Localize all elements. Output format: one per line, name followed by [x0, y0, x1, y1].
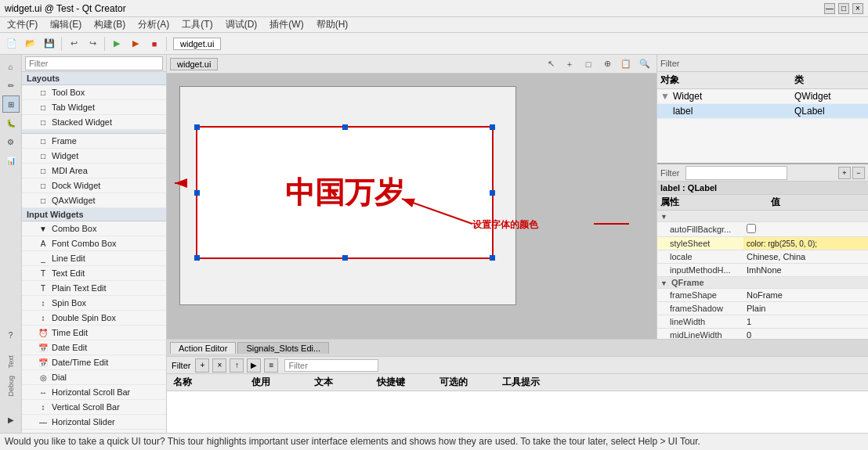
canvas-tool-2[interactable]: + [561, 56, 578, 73]
handle-mr[interactable] [490, 190, 495, 196]
side-edit-icon[interactable]: ✏ [2, 77, 20, 94]
handle-tm[interactable] [342, 124, 348, 130]
save-btn[interactable]: 💾 [41, 35, 58, 52]
widget-item-doublespinbox[interactable]: ↕Double Spin Box [22, 311, 166, 326]
prop-row-linewidth[interactable]: lineWidth 1 [657, 315, 868, 329]
action-sort-btn[interactable]: ≡ [264, 358, 278, 373]
widget-item-spinbox[interactable]: ↕Spin Box [22, 296, 166, 311]
canvas-tool-6[interactable]: 🔍 [636, 56, 653, 73]
widget-item-stackedwidget[interactable]: □Stacked Widget [22, 115, 166, 130]
side-design-icon[interactable]: ⊞ [2, 95, 20, 113]
hscrollbar-icon: ↔ [38, 387, 49, 398]
canvas-tool-1[interactable]: ↖ [542, 56, 559, 73]
object-row-label[interactable]: label QLabel [657, 104, 868, 119]
side-welcome-icon[interactable]: ⌂ [2, 58, 20, 75]
menu-file[interactable]: 文件(F) [3, 17, 42, 32]
action-new-btn[interactable]: + [195, 358, 209, 373]
menu-help[interactable]: 帮助(H) [313, 17, 353, 32]
widget-item-widget[interactable]: □Widget [22, 149, 166, 164]
main-toolbar: 📄 📂 💾 ↩ ↪ ▶ ▶ ■ widget.ui [0, 33, 868, 55]
debug-btn[interactable]: ▶ [127, 35, 144, 52]
canvas-tool-4[interactable]: ⊕ [599, 56, 616, 73]
menu-plugins[interactable]: 插件(W) [266, 17, 307, 32]
widget-item-fontcombobox[interactable]: AFont Combo Box [22, 236, 166, 251]
handle-br[interactable] [490, 255, 495, 261]
props-remove-btn[interactable]: − [852, 167, 865, 179]
properties-table: ▼ autoFillBackgr... styleSheet color: rg… [657, 211, 868, 339]
widget-item-vslider[interactable]: |Vertical Slider [22, 430, 166, 433]
prop-row-locale[interactable]: locale Chinese, China [657, 250, 868, 264]
prop-row-midlinewidth[interactable]: midLineWidth 0 [657, 329, 868, 340]
menu-analyze[interactable]: 分析(A) [134, 17, 173, 32]
col-shortcut: 快捷键 [377, 376, 439, 389]
side-debug-icon[interactable]: 🐛 [2, 114, 20, 131]
props-add-btn[interactable]: + [838, 167, 851, 179]
main-widget-form[interactable]: 中国万岁 [179, 86, 516, 305]
widget-item-mdiarea[interactable]: □MDI Area [22, 164, 166, 178]
redo-btn[interactable]: ↪ [84, 35, 101, 52]
canvas-file-tab[interactable]: widget.ui [170, 58, 218, 70]
maximize-button[interactable]: □ [838, 3, 849, 14]
widget-item-hslider[interactable]: —Horizontal Slider [22, 415, 166, 430]
widget-item-timeedit[interactable]: ⏰Time Edit [22, 326, 166, 340]
handle-tl[interactable] [194, 124, 200, 130]
prop-row-inputmethod[interactable]: inputMethodH... ImhNone [657, 264, 868, 277]
widget-item-dateedit[interactable]: 📅Date Edit [22, 340, 166, 355]
prop-checkbox-autofill[interactable] [747, 224, 756, 233]
menu-debug[interactable]: 调试(D) [222, 17, 262, 32]
run-btn[interactable]: ▶ [108, 35, 125, 52]
undo-btn[interactable]: ↩ [65, 35, 82, 52]
widget-item-datetimeedit[interactable]: 📅Date/Time Edit [22, 355, 166, 370]
open-file-btn[interactable]: 📂 [22, 35, 39, 52]
widget-filter-input[interactable] [25, 56, 163, 70]
widget-item-plaintextedit[interactable]: TPlain Text Edit [22, 281, 166, 296]
minimize-button[interactable]: — [824, 3, 835, 14]
widget-item-hscrollbar[interactable]: ↔Horizontal Scroll Bar [22, 385, 166, 400]
stop-btn[interactable]: ■ [146, 35, 163, 52]
handle-ml[interactable] [194, 190, 200, 196]
widget-item-combobox[interactable]: ▼Combo Box [22, 221, 166, 236]
dial-icon: ◎ [38, 372, 49, 383]
col-tooltip: 工具提示 [502, 376, 565, 389]
label-widget-frame[interactable]: 中国万岁 [196, 126, 494, 259]
properties-filter-input[interactable] [685, 166, 787, 180]
close-button[interactable]: × [852, 3, 863, 14]
canvas-properties-row: widget.ui ↖ + □ ⊕ 📋 🔍 中国万岁 [167, 55, 868, 339]
handle-bl[interactable] [194, 255, 200, 261]
action-up-btn[interactable]: ↑ [230, 358, 244, 373]
file-tab[interactable]: widget.ui [173, 38, 221, 50]
widget-item-dial[interactable]: ◎Dial [22, 370, 166, 385]
widget-item-toolbox[interactable]: □Tool Box [22, 85, 166, 100]
category-input: Input Widgets [22, 208, 166, 221]
widget-list: Layouts □Tool Box □Tab Widget □Stacked W… [22, 72, 166, 433]
canvas-tool-3[interactable]: □ [580, 56, 597, 73]
widget-item-lineedit[interactable]: _Line Edit [22, 251, 166, 266]
prop-row-frameshadow[interactable]: frameShadow Plain [657, 302, 868, 315]
menu-edit[interactable]: 编辑(E) [46, 17, 85, 32]
bottom-filter-input[interactable] [284, 359, 378, 372]
menu-tools[interactable]: 工具(T) [178, 17, 216, 32]
canvas-tool-5[interactable]: 📋 [617, 56, 635, 73]
prop-row-autofill[interactable]: autoFillBackgr... [657, 222, 868, 237]
prop-row-stylesheet[interactable]: styleSheet color: rgb(255, 0, 0); [657, 237, 868, 250]
widget-item-frame[interactable]: □Frame [22, 134, 166, 149]
prop-row-frameshape[interactable]: frameShape NoFrame [657, 289, 868, 302]
side-help-icon[interactable]: ? [2, 327, 20, 344]
side-analyze-icon[interactable]: 📊 [2, 152, 20, 169]
menu-build[interactable]: 构建(B) [90, 17, 129, 32]
widget-item-tabwidget[interactable]: □Tab Widget [22, 100, 166, 115]
action-preview-btn[interactable]: ▶ [247, 358, 261, 373]
side-project-icon[interactable]: ⚙ [2, 133, 20, 150]
widget-item-qaxwidget[interactable]: □QAxWidget [22, 193, 166, 208]
tab-action-editor[interactable]: Action Editor [170, 342, 236, 354]
object-row-widget[interactable]: ▼ Widget QWidget [657, 89, 868, 104]
widget-item-vscrollbar[interactable]: ↕Vertical Scroll Bar [22, 400, 166, 415]
widget-item-dockwidget[interactable]: □Dock Widget [22, 178, 166, 193]
side-play-icon[interactable]: ▶ [2, 411, 20, 428]
widget-item-textedit[interactable]: TText Edit [22, 266, 166, 281]
new-file-btn[interactable]: 📄 [3, 35, 20, 52]
tab-signals-slots[interactable]: Signals_Slots Edi... [237, 342, 329, 354]
handle-bm[interactable] [342, 255, 348, 261]
handle-tr[interactable] [490, 124, 495, 130]
action-delete-btn[interactable]: × [212, 358, 226, 373]
